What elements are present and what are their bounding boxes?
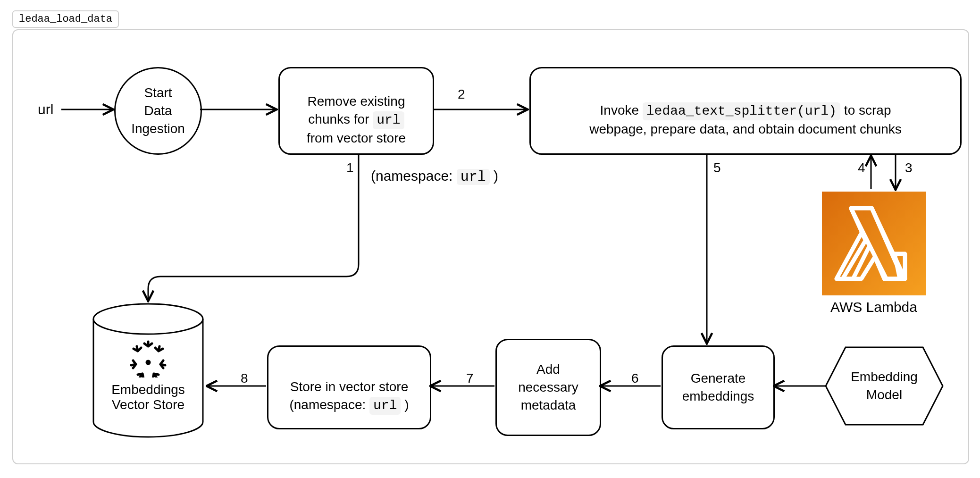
code-url: url xyxy=(373,111,404,129)
node-embedding-model: Embedding Model xyxy=(824,345,945,427)
t: Generate embeddings xyxy=(682,369,754,405)
code-splitter: ledaa_text_splitter(url) xyxy=(643,102,840,120)
code: url xyxy=(457,169,490,185)
node-add-metadata: Add necessary metadata xyxy=(495,339,601,436)
t: from vector store xyxy=(307,131,406,145)
node-store-text: Store in vector store (namespace: url ) xyxy=(289,360,409,414)
edge-label-6: 6 xyxy=(630,371,640,386)
edge-label-5: 5 xyxy=(712,160,722,176)
t: Invoke xyxy=(600,103,643,117)
svg-point-3 xyxy=(147,361,150,364)
edge-label-3: 3 xyxy=(904,160,913,176)
t: Embedding Model xyxy=(851,368,918,404)
node-vector-store: Embeddings Vector Store xyxy=(92,302,205,439)
diagram-canvas: { "tab": "ledaa_load_data", "input_label… xyxy=(0,0,980,478)
input-url-label: url xyxy=(37,101,54,117)
node-invoke-splitter: Invoke ledaa_text_splitter(url) to scrap… xyxy=(529,67,962,155)
t: (namespace: xyxy=(371,168,457,184)
node-store-vector: Store in vector store (namespace: url ) xyxy=(267,345,431,429)
edge-label-8: 8 xyxy=(240,371,249,386)
code-url2: url xyxy=(369,397,401,415)
edge-label-1: 1 xyxy=(345,160,355,176)
t: ) xyxy=(401,397,409,412)
node-generate-embeddings: Generate embeddings xyxy=(662,345,775,429)
edge-label-7: 7 xyxy=(465,371,475,386)
node-invoke-text: Invoke ledaa_text_splitter(url) to scrap… xyxy=(589,84,902,138)
node-start: Start Data Ingestion xyxy=(114,67,202,155)
aws-lambda-icon xyxy=(822,192,926,295)
aws-lambda-caption: AWS Lambda xyxy=(822,299,926,315)
t: ) xyxy=(490,168,498,184)
edge-label-4: 4 xyxy=(857,160,866,176)
node-remove-text: Remove existing chunks for url from vect… xyxy=(307,75,406,147)
node-remove-chunks: Remove existing chunks for url from vect… xyxy=(278,67,434,155)
t: Embeddings Vector Store xyxy=(92,382,205,412)
edge-label-1-note: (namespace: url ) xyxy=(370,168,499,185)
frame-tab: ledaa_load_data xyxy=(12,10,119,28)
t: Add necessary metadata xyxy=(518,361,578,414)
edge-label-2: 2 xyxy=(457,87,466,102)
node-start-text: Start Data Ingestion xyxy=(131,84,185,137)
pinecone-icon xyxy=(129,340,167,377)
svg-point-2 xyxy=(93,304,203,334)
